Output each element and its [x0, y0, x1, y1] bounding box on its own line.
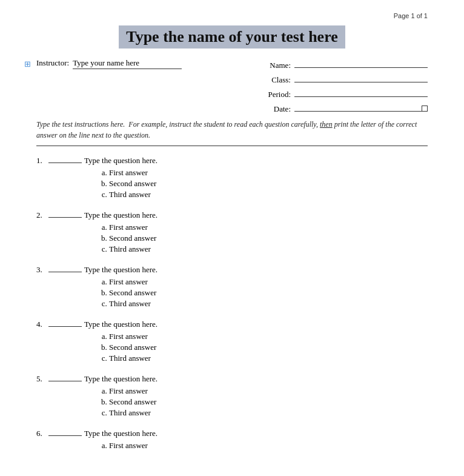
question-item: 1. Type the question here. First answer … — [36, 156, 428, 199]
question-answer-line — [48, 217, 82, 218]
answer-item[interactable]: First answer — [109, 386, 428, 396]
expand-icon[interactable]: ⊞ — [24, 59, 31, 69]
question-row: 5. Type the question here. — [36, 374, 428, 384]
answer-item[interactable]: Second answer — [109, 233, 428, 243]
answer-item[interactable]: Third answer — [109, 299, 428, 309]
answer-item[interactable]: Second answer — [109, 179, 428, 189]
answer-item[interactable]: First answer — [109, 332, 428, 341]
answers-list: First answer — [36, 441, 428, 451]
question-item: 3. Type the question here. First answer … — [36, 265, 428, 309]
answer-item[interactable]: First answer — [109, 223, 428, 232]
question-row: 3. Type the question here. — [36, 265, 428, 275]
name-fields: Name: Class: Period: Date: — [263, 58, 428, 114]
question-text[interactable]: Type the question here. — [84, 374, 157, 384]
answers-list: First answer Second answer Third answer — [36, 332, 428, 363]
period-label: Period: — [263, 90, 291, 99]
answers-list: First answer Second answer Third answer — [36, 386, 428, 418]
answer-item[interactable]: First answer — [109, 168, 428, 178]
name-field-row: Name: — [263, 58, 428, 70]
question-number: 4. — [36, 320, 48, 329]
class-field-row: Class: — [263, 73, 428, 85]
question-text[interactable]: Type the question here. — [84, 210, 157, 220]
answer-item[interactable]: Third answer — [109, 408, 428, 418]
question-number: 6. — [36, 429, 48, 438]
question-item: 5. Type the question here. First answer … — [36, 374, 428, 418]
answers-list: First answer Second answer Third answer — [36, 168, 428, 199]
instructor-value[interactable]: Type your name here — [73, 58, 182, 69]
question-row: 2. Type the question here. — [36, 210, 428, 220]
name-input-line[interactable] — [294, 58, 428, 68]
answer-item[interactable]: Third answer — [109, 354, 428, 363]
question-answer-line — [48, 381, 82, 381]
questions-list: 1. Type the question here. First answer … — [36, 156, 428, 451]
answers-list: First answer Second answer Third answer — [36, 223, 428, 254]
answer-item[interactable]: Second answer — [109, 288, 428, 298]
date-field-row: Date: — [263, 102, 428, 114]
question-answer-line — [48, 272, 82, 272]
period-field-row: Period: — [263, 87, 428, 99]
question-row: 4. Type the question here. — [36, 320, 428, 329]
name-label: Name: — [263, 61, 291, 70]
document-page: Page 1 of 1 Type the name of your test h… — [0, 0, 464, 476]
test-title[interactable]: Type the name of your test here — [119, 25, 345, 49]
class-label: Class: — [263, 75, 291, 85]
question-number: 2. — [36, 210, 48, 220]
question-number: 3. — [36, 265, 48, 275]
answer-item[interactable]: First answer — [109, 277, 428, 287]
answer-item[interactable]: Third answer — [109, 244, 428, 254]
section-divider — [36, 146, 428, 146]
question-number: 1. — [36, 156, 48, 166]
answer-item[interactable]: Second answer — [109, 397, 428, 407]
question-row: 1. Type the question here. — [36, 156, 428, 166]
question-number: 5. — [36, 374, 48, 384]
instructor-row: Instructor: Type your name here — [36, 58, 239, 69]
answers-list: First answer Second answer Third answer — [36, 277, 428, 309]
question-answer-line — [48, 326, 82, 327]
question-answer-line — [48, 163, 82, 163]
question-text[interactable]: Type the question here. — [84, 429, 157, 438]
question-text[interactable]: Type the question here. — [84, 320, 157, 329]
question-item: 6. Type the question here. First answer — [36, 429, 428, 451]
question-text[interactable]: Type the question here. — [84, 265, 157, 275]
period-input-line[interactable] — [294, 87, 428, 97]
question-text[interactable]: Type the question here. — [84, 156, 157, 166]
answer-item[interactable]: Second answer — [109, 343, 428, 352]
instructor-label: Instructor: — [36, 58, 69, 68]
instructions-underline: then — [320, 120, 333, 129]
date-input-line[interactable] — [294, 102, 428, 112]
title-wrapper: Type the name of your test here — [36, 25, 428, 49]
question-row: 6. Type the question here. — [36, 429, 428, 438]
question-item: 2. Type the question here. First answer … — [36, 210, 428, 254]
question-item: 4. Type the question here. First answer … — [36, 320, 428, 363]
header-section: ⊞ Instructor: Type your name here Name: … — [36, 58, 428, 114]
date-label: Date: — [263, 104, 291, 114]
answer-item[interactable]: Third answer — [109, 190, 428, 199]
question-answer-line — [48, 435, 82, 436]
class-input-line[interactable] — [294, 73, 428, 82]
answer-item[interactable]: First answer — [109, 441, 428, 451]
instructions-text: Type the test instructions here. For exa… — [36, 119, 428, 141]
page-number: Page 1 of 1 — [36, 12, 428, 19]
